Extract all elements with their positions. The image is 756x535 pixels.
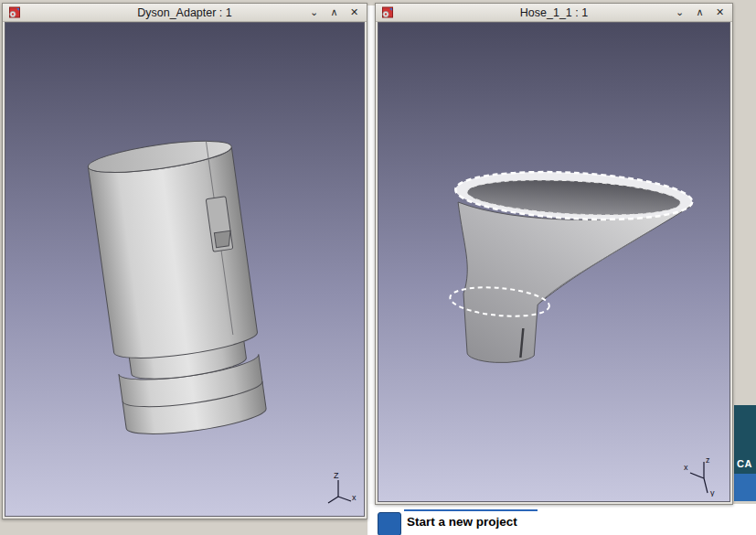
start-new-project-link[interactable]: Start a new project	[407, 515, 517, 529]
new-project-icon[interactable]	[378, 512, 401, 535]
dyson-adapter-model	[5, 23, 364, 516]
axis-x-label: x	[352, 493, 357, 502]
banner-text: CA	[737, 458, 752, 469]
3d-viewport-dyson[interactable]: Z x	[5, 22, 365, 517]
freecad-icon	[8, 6, 20, 18]
titlebar[interactable]: Dyson_Adapter : 1 ⌄ ∧ ✕	[3, 4, 367, 22]
hose-model	[378, 23, 729, 501]
titlebar[interactable]: Hose_1_1 : 1 ⌄ ∧ ✕	[376, 4, 732, 22]
freecad-icon	[381, 6, 393, 18]
axis-z-label: z	[706, 455, 710, 465]
close-button[interactable]: ✕	[347, 5, 361, 20]
minimize-button[interactable]: ⌄	[307, 5, 321, 20]
minimize-button[interactable]: ⌄	[673, 5, 687, 20]
axis-y-label: y	[710, 488, 715, 497]
start-page-divider	[404, 509, 538, 511]
start-page-banner-bar	[734, 474, 756, 501]
start-page-edge	[367, 5, 375, 535]
axis-z-label: Z	[334, 471, 339, 480]
window-dyson-adapter: Dyson_Adapter : 1 ⌄ ∧ ✕	[2, 3, 367, 519]
axis-indicator: z x y	[682, 455, 724, 497]
start-page-banner-image: CA	[734, 405, 756, 474]
window-hose: Hose_1_1 : 1 ⌄ ∧ ✕	[375, 3, 733, 505]
maximize-button[interactable]: ∧	[327, 5, 341, 20]
close-button[interactable]: ✕	[713, 5, 727, 20]
start-page-panel: Start a new project	[369, 504, 756, 535]
3d-viewport-hose[interactable]: z x y	[378, 22, 730, 502]
axis-indicator: Z x	[316, 469, 358, 511]
maximize-button[interactable]: ∧	[693, 5, 707, 20]
axis-x-label: x	[684, 463, 688, 472]
